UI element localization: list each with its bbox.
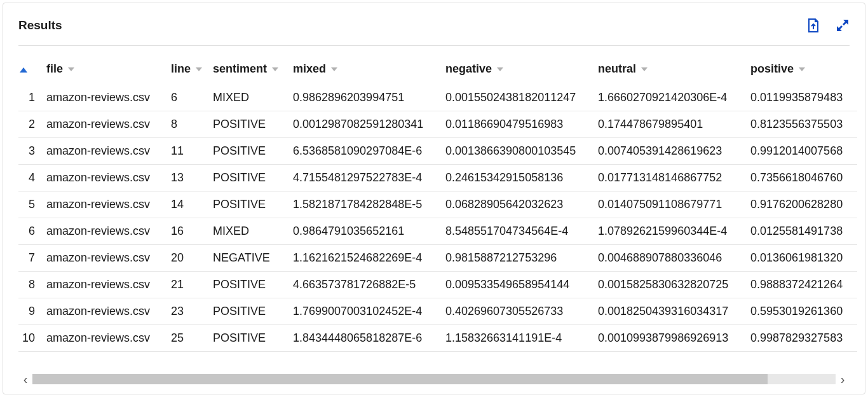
cell-sentiment: POSITIVE: [212, 138, 292, 165]
cell-line: 6: [170, 85, 212, 111]
col-header-positive[interactable]: positive: [749, 55, 857, 85]
export-file-icon[interactable]: [806, 18, 820, 32]
chevron-down-icon: [799, 67, 805, 71]
cell-line: 20: [170, 245, 212, 272]
cell-neutral: 0.007405391428619623: [597, 138, 749, 165]
table-row[interactable]: 7amazon-reviews.csv20NEGATIVE1.162162152…: [18, 245, 857, 272]
cell-index: 4: [18, 165, 45, 192]
col-header-index[interactable]: [18, 55, 45, 85]
cell-positive: 0.0119935879483: [749, 85, 857, 111]
cell-mixed: 1.1621621524682269E-4: [292, 245, 444, 272]
cell-neutral: 0.174478679895401: [597, 111, 749, 138]
results-panel: Results: [3, 3, 865, 394]
table-row[interactable]: 1amazon-reviews.csv6MIXED0.9862896203994…: [18, 85, 857, 111]
cell-index: 9: [18, 298, 45, 325]
col-label: negative: [445, 62, 492, 76]
scroll-track[interactable]: [32, 374, 836, 384]
scroll-left-arrow[interactable]: ‹: [18, 372, 32, 386]
cell-neutral: 0.0015825830632820725: [597, 272, 749, 298]
cell-file: amazon-reviews.csv: [45, 165, 170, 192]
sort-asc-icon: [20, 67, 27, 73]
table-row[interactable]: 4amazon-reviews.csv13POSITIVE4.715548129…: [18, 165, 857, 192]
table-row[interactable]: 5amazon-reviews.csv14POSITIVE1.582187178…: [18, 192, 857, 218]
cell-neutral: 1.0789262159960344E-4: [597, 218, 749, 245]
chevron-down-icon: [641, 67, 648, 71]
col-header-negative[interactable]: negative: [444, 55, 597, 85]
col-header-sentiment[interactable]: sentiment: [212, 55, 292, 85]
cell-negative: 0.009533549658954144: [444, 272, 597, 298]
table-row[interactable]: 3amazon-reviews.csv11POSITIVE6.536858109…: [18, 138, 857, 165]
cell-neutral: 0.0010993879986926913: [597, 325, 749, 352]
table-row[interactable]: 9amazon-reviews.csv23POSITIVE1.769900700…: [18, 298, 857, 325]
cell-positive: 0.5953019261360: [749, 298, 857, 325]
cell-line: 25: [170, 325, 212, 352]
cell-mixed: 4.7155481297522783E-4: [292, 165, 444, 192]
col-label: positive: [750, 62, 794, 76]
col-label: sentiment: [213, 62, 267, 76]
cell-negative: 1.15832663141191E-4: [444, 325, 597, 352]
cell-sentiment: MIXED: [212, 218, 292, 245]
cell-negative: 0.40269607305526733: [444, 298, 597, 325]
col-header-file[interactable]: file: [45, 55, 170, 85]
cell-positive: 0.0125581491738: [749, 218, 857, 245]
cell-file: amazon-reviews.csv: [45, 218, 170, 245]
cell-line: 14: [170, 192, 212, 218]
table-row[interactable]: 8amazon-reviews.csv21POSITIVE4.663573781…: [18, 272, 857, 298]
cell-negative: 0.0015502438182011247: [444, 85, 597, 111]
col-header-neutral[interactable]: neutral: [597, 55, 749, 85]
cell-file: amazon-reviews.csv: [45, 192, 170, 218]
col-header-mixed[interactable]: mixed: [292, 55, 444, 85]
cell-index: 3: [18, 138, 45, 165]
cell-negative: 0.9815887212753296: [444, 245, 597, 272]
cell-sentiment: MIXED: [212, 85, 292, 111]
cell-mixed: 6.5368581090297084E-6: [292, 138, 444, 165]
cell-file: amazon-reviews.csv: [45, 272, 170, 298]
cell-sentiment: POSITIVE: [212, 272, 292, 298]
cell-index: 10: [18, 325, 45, 352]
cell-index: 5: [18, 192, 45, 218]
col-label: line: [171, 62, 191, 76]
cell-sentiment: POSITIVE: [212, 192, 292, 218]
cell-mixed: 4.663573781726882E-5: [292, 272, 444, 298]
cell-positive: 0.8123556375503: [749, 111, 857, 138]
cell-index: 7: [18, 245, 45, 272]
cell-sentiment: POSITIVE: [212, 111, 292, 138]
cell-line: 8: [170, 111, 212, 138]
col-header-line[interactable]: line: [170, 55, 212, 85]
chevron-down-icon: [497, 67, 503, 71]
col-label: neutral: [598, 62, 636, 76]
cell-mixed: 0.9862896203994751: [292, 85, 444, 111]
cell-neutral: 0.0018250439316034317: [597, 298, 749, 325]
cell-positive: 0.9987829327583: [749, 325, 857, 352]
chevron-down-icon: [196, 67, 202, 71]
chevron-down-icon: [272, 67, 278, 71]
col-label: mixed: [293, 62, 326, 76]
chevron-down-icon: [68, 67, 74, 71]
cell-negative: 0.24615342915058136: [444, 165, 597, 192]
cell-positive: 0.9912014007568: [749, 138, 857, 165]
cell-index: 6: [18, 218, 45, 245]
cell-mixed: 1.8434448065818287E-6: [292, 325, 444, 352]
cell-negative: 0.0013866390800103545: [444, 138, 597, 165]
scroll-thumb[interactable]: [32, 374, 768, 384]
table-row[interactable]: 10amazon-reviews.csv25POSITIVE1.84344480…: [18, 325, 857, 352]
cell-file: amazon-reviews.csv: [45, 111, 170, 138]
table-row[interactable]: 2amazon-reviews.csv8POSITIVE0.0012987082…: [18, 111, 857, 138]
cell-sentiment: POSITIVE: [212, 298, 292, 325]
expand-icon[interactable]: [836, 18, 850, 32]
cell-neutral: 0.014075091108679771: [597, 192, 749, 218]
cell-negative: 8.548551704734564E-4: [444, 218, 597, 245]
cell-sentiment: NEGATIVE: [212, 245, 292, 272]
cell-index: 1: [18, 85, 45, 111]
cell-positive: 0.9176200628280: [749, 192, 857, 218]
scroll-right-arrow[interactable]: ›: [836, 372, 850, 386]
header-row: file line sentiment mixed negative neutr…: [18, 55, 857, 85]
horizontal-scrollbar[interactable]: ‹ ›: [18, 372, 850, 386]
cell-index: 8: [18, 272, 45, 298]
cell-negative: 0.01186690479516983: [444, 111, 597, 138]
cell-negative: 0.06828905642032623: [444, 192, 597, 218]
cell-mixed: 1.7699007003102452E-4: [292, 298, 444, 325]
cell-line: 23: [170, 298, 212, 325]
cell-positive: 0.0136061981320: [749, 245, 857, 272]
table-row[interactable]: 6amazon-reviews.csv16MIXED0.986479103565…: [18, 218, 857, 245]
